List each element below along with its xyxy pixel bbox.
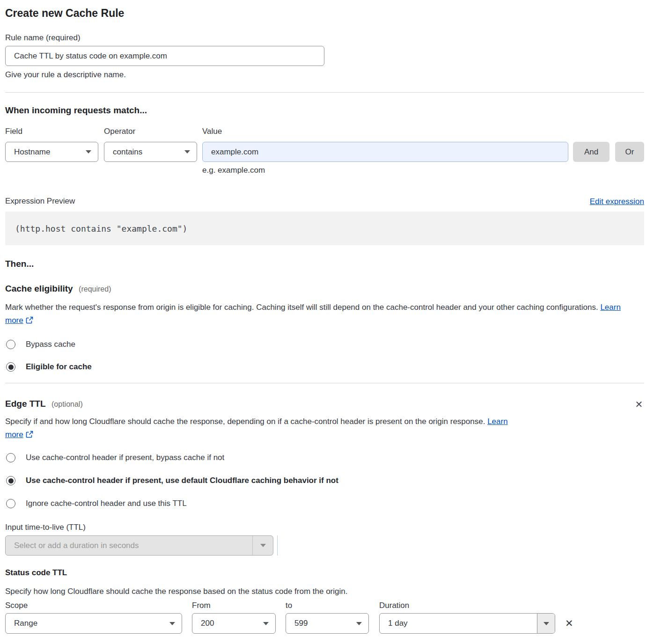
cache-eligibility-description: Mark whether the request's response from… xyxy=(5,303,598,312)
radio-label: Bypass cache xyxy=(26,339,75,350)
rule-name-label: Rule name (required) xyxy=(5,33,644,43)
value-column-label: Value xyxy=(202,126,568,137)
chevron-down-icon xyxy=(252,536,273,555)
field-select[interactable]: Hostname xyxy=(5,142,98,162)
field-column-label: Field xyxy=(5,126,98,137)
edit-expression-link[interactable]: Edit expression xyxy=(590,197,644,206)
edge-ttl-close-icon[interactable]: ✕ xyxy=(634,399,644,410)
chevron-down-icon xyxy=(537,614,555,633)
value-input[interactable] xyxy=(202,142,568,162)
radio-label: Use cache-control header if present, use… xyxy=(26,476,338,486)
to-column-label: to xyxy=(286,600,369,611)
radio-icon xyxy=(6,340,15,349)
or-button[interactable]: Or xyxy=(615,142,644,162)
radio-selected-icon xyxy=(6,476,15,485)
operator-column-label: Operator xyxy=(104,126,197,137)
radio-label: Eligible for cache xyxy=(26,362,92,372)
value-hint: e.g. example.com xyxy=(202,165,644,176)
from-column-label: From xyxy=(192,600,276,611)
operator-select-value: contains xyxy=(113,147,142,157)
status-code-ttl-heading: Status code TTL xyxy=(5,568,644,578)
external-link-icon xyxy=(26,315,33,328)
ttl-input-label: Input time-to-live (TTL) xyxy=(5,522,644,533)
radio-selected-icon xyxy=(6,362,15,372)
from-select-value: 200 xyxy=(201,619,214,628)
and-button[interactable]: And xyxy=(573,142,610,162)
chevron-down-icon xyxy=(356,622,362,625)
radio-use-header-default[interactable]: Use cache-control header if present, use… xyxy=(5,476,644,486)
cache-eligibility-heading: Cache eligibility xyxy=(5,284,73,293)
ttl-duration-select[interactable]: Select or add a duration in seconds xyxy=(5,535,273,556)
duration-column-label: Duration xyxy=(379,600,555,611)
external-link-icon xyxy=(26,429,33,442)
chevron-down-icon xyxy=(184,150,190,154)
radio-icon xyxy=(6,499,15,508)
then-heading: Then... xyxy=(5,258,644,270)
expression-code-block: (http.host contains "example.com") xyxy=(5,212,644,245)
scope-select[interactable]: Range xyxy=(5,613,182,634)
scope-select-value: Range xyxy=(14,619,37,628)
edge-ttl-heading: Edge TTL xyxy=(5,399,46,409)
duration-select[interactable]: 1 day xyxy=(379,613,555,634)
field-select-value: Hostname xyxy=(14,147,50,157)
match-heading: When incoming requests match... xyxy=(5,105,644,116)
expression-code: (http.host contains "example.com") xyxy=(15,224,187,234)
rule-name-helper: Give your rule a descriptive name. xyxy=(5,70,644,80)
radio-icon xyxy=(6,453,15,462)
edge-ttl-description: Specify if and how long Cloudflare shoul… xyxy=(5,417,485,426)
radio-ignore-header[interactable]: Ignore cache-control header and use this… xyxy=(5,498,644,509)
section-divider xyxy=(5,92,644,93)
radio-label: Ignore cache-control header and use this… xyxy=(26,498,187,509)
expression-preview-label: Expression Preview xyxy=(5,196,75,206)
required-tag: (required) xyxy=(79,285,111,293)
radio-eligible-for-cache[interactable]: Eligible for cache xyxy=(5,362,644,372)
operator-select[interactable]: contains xyxy=(104,142,197,162)
to-select-value: 599 xyxy=(294,619,308,628)
ttl-duration-placeholder: Select or add a duration in seconds xyxy=(6,536,252,555)
chevron-down-icon xyxy=(86,150,91,154)
radio-bypass-cache[interactable]: Bypass cache xyxy=(5,339,644,350)
status-code-ttl-description: Specify how long Cloudflare should cache… xyxy=(5,586,644,597)
rule-name-input[interactable] xyxy=(5,46,324,66)
duration-select-value: 1 day xyxy=(380,614,537,633)
radio-use-header-bypass[interactable]: Use cache-control header if present, byp… xyxy=(5,453,644,463)
page-title: Create new Cache Rule xyxy=(5,7,644,20)
delete-status-code-row-icon[interactable]: ✕ xyxy=(565,618,573,629)
from-select[interactable]: 200 xyxy=(192,613,276,634)
chevron-down-icon xyxy=(169,622,175,625)
to-select[interactable]: 599 xyxy=(286,613,369,634)
section-divider xyxy=(5,383,644,383)
optional-tag: (optional) xyxy=(51,400,83,408)
radio-label: Use cache-control header if present, byp… xyxy=(26,453,224,463)
input-edge-line xyxy=(277,535,278,556)
scope-column-label: Scope xyxy=(5,600,182,611)
chevron-down-icon xyxy=(263,622,269,625)
